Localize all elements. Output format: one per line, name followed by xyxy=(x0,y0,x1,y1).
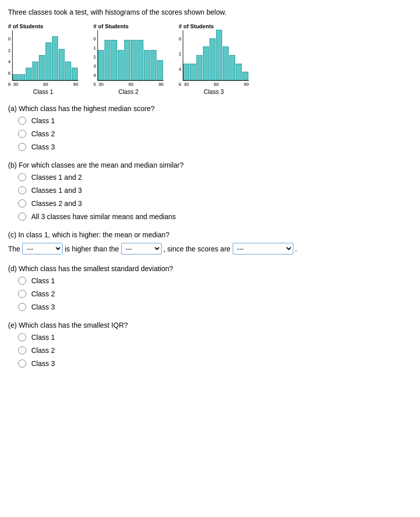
class1-yaxis: 8 6 4 2 0 xyxy=(8,36,11,87)
part-e-label1: Class 1 xyxy=(31,333,55,341)
class3-bars xyxy=(183,30,249,81)
histogram-class1: # of Students 8 6 4 2 0 xyxy=(8,23,78,95)
part-d-section: (d) Which class has the smallest standar… xyxy=(8,265,412,311)
bar xyxy=(52,36,58,80)
part-c-middle1: is higher than the xyxy=(65,245,119,253)
bar xyxy=(111,40,117,80)
part-d-radio2[interactable] xyxy=(18,290,26,298)
part-c-question: (c) In class 1, which is higher: the mea… xyxy=(8,231,412,239)
part-e-radio2[interactable] xyxy=(18,346,26,354)
class3-name: Class 3 xyxy=(204,88,224,95)
class1-bars xyxy=(12,30,78,81)
class2-xlabels: 30 60 90 xyxy=(97,82,164,87)
part-b-option2[interactable]: Classes 1 and 3 xyxy=(18,186,412,194)
part-c-middle2: , since the scores are xyxy=(164,245,231,253)
part-b-question: (b) For which classes are the mean and m… xyxy=(8,161,412,169)
part-c-dropdown1[interactable]: --- mean median xyxy=(22,243,63,254)
bar xyxy=(229,55,235,80)
part-c-row: The --- mean median is higher than the -… xyxy=(8,243,412,254)
part-b-label4: All 3 classes have similar means and med… xyxy=(31,213,176,221)
bar xyxy=(45,42,51,80)
part-c-section: (c) In class 1, which is higher: the mea… xyxy=(8,231,412,254)
part-e-option2[interactable]: Class 2 xyxy=(18,346,412,354)
part-d-option1[interactable]: Class 1 xyxy=(18,277,412,285)
bar xyxy=(209,38,216,80)
part-d-radio1[interactable] xyxy=(18,277,26,285)
part-a-option2[interactable]: Class 2 xyxy=(18,130,412,138)
part-e-label2: Class 2 xyxy=(31,346,55,354)
bar xyxy=(242,72,248,80)
part-a-label2: Class 2 xyxy=(31,130,55,138)
bar xyxy=(26,68,32,80)
bar xyxy=(32,62,38,80)
part-e-label3: Class 3 xyxy=(31,359,55,368)
part-b-label1: Classes 1 and 2 xyxy=(31,173,82,181)
part-d-label2: Class 2 xyxy=(31,290,55,298)
part-b-label2: Classes 1 and 3 xyxy=(31,186,82,194)
bar xyxy=(196,55,202,80)
class3-ylabel: # of Students xyxy=(179,23,249,29)
bar xyxy=(157,60,163,80)
bar xyxy=(144,50,150,80)
part-e-section: (e) Which class has the smallest IQR? Cl… xyxy=(8,321,412,368)
bar xyxy=(72,68,78,80)
part-d-option3[interactable]: Class 3 xyxy=(18,303,412,311)
part-c-suffix: . xyxy=(295,245,297,253)
histograms-row: # of Students 8 6 4 2 0 xyxy=(8,23,412,95)
part-a-option3[interactable]: Class 3 xyxy=(18,143,412,151)
part-e-question: (e) Which class has the smallest IQR? xyxy=(8,321,412,329)
part-a-option1[interactable]: Class 1 xyxy=(18,117,412,125)
part-b-radio1[interactable] xyxy=(18,173,26,181)
part-a-section: (a) Which class has the highest median s… xyxy=(8,105,412,151)
part-e-radio1[interactable] xyxy=(18,333,26,341)
part-e-option3[interactable]: Class 3 xyxy=(18,359,412,368)
bar xyxy=(98,50,104,80)
bar xyxy=(236,64,242,80)
bar xyxy=(150,50,156,80)
part-c-prefix: The xyxy=(8,245,20,253)
bar xyxy=(19,74,25,80)
part-b-option1[interactable]: Classes 1 and 2 xyxy=(18,173,412,181)
class2-bars xyxy=(97,30,164,81)
part-d-question: (d) Which class has the smallest standar… xyxy=(8,265,412,273)
class3-xlabels: 30 60 90 xyxy=(183,82,249,87)
part-b-radio3[interactable] xyxy=(18,199,26,208)
part-b-radio4[interactable] xyxy=(18,213,26,221)
bar xyxy=(39,55,45,80)
intro-text: Three classes took a test, with histogra… xyxy=(8,8,412,16)
part-b-radio2[interactable] xyxy=(18,186,26,194)
bar xyxy=(104,40,111,80)
bar xyxy=(223,46,229,80)
bar xyxy=(13,74,19,80)
part-a-question: (a) Which class has the highest median s… xyxy=(8,105,412,113)
part-a-radio2[interactable] xyxy=(18,130,26,138)
part-b-section: (b) For which classes are the mean and m… xyxy=(8,161,412,221)
part-d-option2[interactable]: Class 2 xyxy=(18,290,412,298)
part-a-radio3[interactable] xyxy=(18,143,26,151)
class1-name: Class 1 xyxy=(33,88,54,95)
part-c-dropdown3[interactable]: --- skewed left skewed right symmetric xyxy=(233,243,293,254)
part-b-label3: Classes 2 and 3 xyxy=(31,199,82,208)
bar xyxy=(183,64,189,80)
class1-xlabels: 30 60 90 xyxy=(12,82,78,87)
part-d-label1: Class 1 xyxy=(31,277,55,285)
part-d-label3: Class 3 xyxy=(31,303,55,311)
part-d-radio3[interactable] xyxy=(18,303,26,311)
part-c-dropdown2[interactable]: --- mean median xyxy=(121,243,162,254)
bar xyxy=(65,62,71,80)
class2-ylabel: # of Students xyxy=(93,23,164,29)
class3-yaxis: 6 4 2 0 xyxy=(179,36,181,87)
bar xyxy=(216,30,222,80)
part-b-option4[interactable]: All 3 classes have similar means and med… xyxy=(18,213,412,221)
histogram-class2: # of Students 5 4 3 2 1 0 xyxy=(93,23,164,95)
class2-yaxis: 5 4 3 2 1 0 xyxy=(93,36,96,87)
class2-name: Class 2 xyxy=(119,88,139,95)
histogram-class3: # of Students 6 4 2 0 xyxy=(179,23,249,95)
part-a-radio1[interactable] xyxy=(18,117,26,125)
bar xyxy=(118,50,124,80)
bar xyxy=(190,64,196,80)
part-e-radio3[interactable] xyxy=(18,359,26,368)
part-e-option1[interactable]: Class 1 xyxy=(18,333,412,341)
part-a-label1: Class 1 xyxy=(31,117,55,125)
part-b-option3[interactable]: Classes 2 and 3 xyxy=(18,199,412,208)
